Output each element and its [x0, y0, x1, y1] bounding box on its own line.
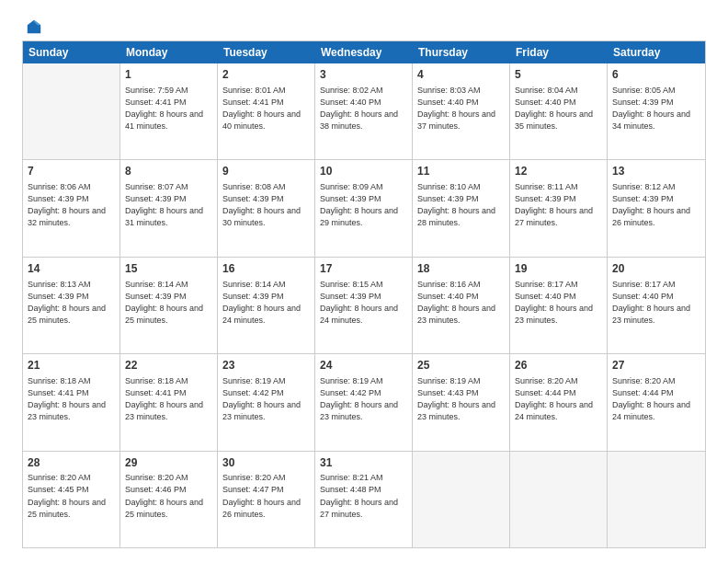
calendar-row-4: 28Sunrise: 8:20 AM Sunset: 4:45 PM Dayli… [23, 452, 705, 547]
calendar-cell: 6Sunrise: 8:05 AM Sunset: 4:39 PM Daylig… [608, 63, 705, 159]
calendar-cell: 27Sunrise: 8:20 AM Sunset: 4:44 PM Dayli… [608, 354, 705, 450]
calendar-cell: 9Sunrise: 8:08 AM Sunset: 4:39 PM Daylig… [218, 160, 315, 256]
svg-marker-0 [28, 20, 40, 33]
day-number: 28 [28, 455, 115, 471]
day-number: 29 [125, 455, 212, 471]
calendar-cell: 10Sunrise: 8:09 AM Sunset: 4:39 PM Dayli… [315, 160, 413, 256]
calendar-cell: 28Sunrise: 8:20 AM Sunset: 4:45 PM Dayli… [23, 452, 120, 547]
day-number: 13 [612, 164, 700, 179]
day-number: 24 [320, 358, 407, 373]
calendar-cell: 23Sunrise: 8:19 AM Sunset: 4:42 PM Dayli… [218, 354, 315, 450]
calendar-cell: 17Sunrise: 8:15 AM Sunset: 4:39 PM Dayli… [315, 258, 413, 353]
day-info: Sunrise: 8:13 AM Sunset: 4:39 PM Dayligh… [28, 279, 115, 327]
day-info: Sunrise: 8:09 AM Sunset: 4:39 PM Dayligh… [320, 181, 407, 229]
calendar-cell: 12Sunrise: 8:11 AM Sunset: 4:39 PM Dayli… [510, 160, 608, 256]
header-day-wednesday: Wednesday [315, 41, 413, 63]
day-info: Sunrise: 8:03 AM Sunset: 4:40 PM Dayligh… [417, 85, 505, 132]
calendar-cell: 24Sunrise: 8:19 AM Sunset: 4:42 PM Dayli… [315, 354, 413, 450]
day-number: 17 [320, 261, 407, 277]
header-day-sunday: Sunday [23, 41, 120, 63]
calendar-header: SundayMondayTuesdayWednesdayThursdayFrid… [23, 41, 705, 63]
page: SundayMondayTuesdayWednesdayThursdayFrid… [0, 0, 728, 563]
calendar-cell: 5Sunrise: 8:04 AM Sunset: 4:40 PM Daylig… [510, 63, 608, 159]
day-info: Sunrise: 8:15 AM Sunset: 4:39 PM Dayligh… [320, 279, 407, 327]
day-number: 22 [125, 358, 212, 373]
day-info: Sunrise: 8:04 AM Sunset: 4:40 PM Dayligh… [515, 85, 602, 132]
calendar-cell: 31Sunrise: 8:21 AM Sunset: 4:48 PM Dayli… [315, 452, 413, 547]
day-info: Sunrise: 8:21 AM Sunset: 4:48 PM Dayligh… [320, 472, 407, 520]
day-number: 12 [515, 164, 602, 179]
day-info: Sunrise: 8:20 AM Sunset: 4:46 PM Dayligh… [125, 472, 212, 520]
day-number: 14 [28, 261, 115, 277]
calendar-cell: 11Sunrise: 8:10 AM Sunset: 4:39 PM Dayli… [413, 160, 510, 256]
day-info: Sunrise: 8:05 AM Sunset: 4:39 PM Dayligh… [612, 85, 700, 132]
day-info: Sunrise: 8:19 AM Sunset: 4:42 PM Dayligh… [222, 375, 310, 423]
calendar-cell: 14Sunrise: 8:13 AM Sunset: 4:39 PM Dayli… [23, 258, 120, 353]
calendar-cell: 25Sunrise: 8:19 AM Sunset: 4:43 PM Dayli… [413, 354, 510, 450]
day-info: Sunrise: 8:08 AM Sunset: 4:39 PM Dayligh… [222, 181, 310, 229]
day-number: 6 [612, 67, 700, 83]
calendar-cell: 4Sunrise: 8:03 AM Sunset: 4:40 PM Daylig… [413, 63, 510, 159]
calendar-row-0: 1Sunrise: 7:59 AM Sunset: 4:41 PM Daylig… [23, 63, 705, 160]
calendar-cell: 18Sunrise: 8:16 AM Sunset: 4:40 PM Dayli… [413, 258, 510, 353]
day-info: Sunrise: 8:20 AM Sunset: 4:47 PM Dayligh… [222, 472, 310, 520]
day-number: 19 [515, 261, 602, 277]
calendar-row-2: 14Sunrise: 8:13 AM Sunset: 4:39 PM Dayli… [23, 258, 705, 354]
day-info: Sunrise: 8:18 AM Sunset: 4:41 PM Dayligh… [28, 375, 115, 423]
day-number: 27 [612, 358, 700, 373]
day-info: Sunrise: 8:17 AM Sunset: 4:40 PM Dayligh… [515, 279, 602, 327]
calendar-row-1: 7Sunrise: 8:06 AM Sunset: 4:39 PM Daylig… [23, 160, 705, 257]
calendar-cell: 2Sunrise: 8:01 AM Sunset: 4:41 PM Daylig… [218, 63, 315, 159]
day-number: 26 [515, 358, 602, 373]
calendar-cell: 8Sunrise: 8:07 AM Sunset: 4:39 PM Daylig… [120, 160, 218, 256]
calendar-cell [413, 452, 510, 547]
day-info: Sunrise: 8:18 AM Sunset: 4:41 PM Dayligh… [125, 375, 212, 423]
calendar-cell [510, 452, 608, 547]
day-number: 18 [417, 261, 505, 277]
day-info: Sunrise: 8:19 AM Sunset: 4:43 PM Dayligh… [417, 375, 505, 423]
day-number: 11 [417, 164, 505, 179]
calendar-cell: 29Sunrise: 8:20 AM Sunset: 4:46 PM Dayli… [120, 452, 218, 547]
day-number: 25 [417, 358, 505, 373]
calendar-cell: 21Sunrise: 8:18 AM Sunset: 4:41 PM Dayli… [23, 354, 120, 450]
calendar-row-3: 21Sunrise: 8:18 AM Sunset: 4:41 PM Dayli… [23, 354, 705, 451]
calendar-cell: 7Sunrise: 8:06 AM Sunset: 4:39 PM Daylig… [23, 160, 120, 256]
day-info: Sunrise: 8:06 AM Sunset: 4:39 PM Dayligh… [28, 181, 115, 229]
day-info: Sunrise: 8:10 AM Sunset: 4:39 PM Dayligh… [417, 181, 505, 229]
day-number: 2 [222, 67, 310, 83]
day-number: 20 [612, 261, 700, 277]
header-day-saturday: Saturday [608, 41, 705, 63]
calendar-body: 1Sunrise: 7:59 AM Sunset: 4:41 PM Daylig… [23, 63, 705, 547]
day-info: Sunrise: 8:17 AM Sunset: 4:40 PM Dayligh… [612, 279, 700, 327]
calendar-cell: 15Sunrise: 8:14 AM Sunset: 4:39 PM Dayli… [120, 258, 218, 353]
calendar-cell [23, 63, 120, 159]
calendar-cell [608, 452, 705, 547]
day-number: 21 [28, 358, 115, 373]
calendar: SundayMondayTuesdayWednesdayThursdayFrid… [22, 40, 706, 548]
calendar-cell: 19Sunrise: 8:17 AM Sunset: 4:40 PM Dayli… [510, 258, 608, 353]
header-day-tuesday: Tuesday [218, 41, 315, 63]
day-number: 30 [222, 455, 310, 471]
day-number: 5 [515, 67, 602, 83]
day-info: Sunrise: 8:19 AM Sunset: 4:42 PM Dayligh… [320, 375, 407, 423]
day-info: Sunrise: 8:01 AM Sunset: 4:41 PM Dayligh… [222, 85, 310, 132]
calendar-cell: 3Sunrise: 8:02 AM Sunset: 4:40 PM Daylig… [315, 63, 413, 159]
day-info: Sunrise: 8:02 AM Sunset: 4:40 PM Dayligh… [320, 85, 407, 132]
day-number: 16 [222, 261, 310, 277]
day-info: Sunrise: 8:20 AM Sunset: 4:44 PM Dayligh… [515, 375, 602, 423]
calendar-cell: 13Sunrise: 8:12 AM Sunset: 4:39 PM Dayli… [608, 160, 705, 256]
calendar-cell: 1Sunrise: 7:59 AM Sunset: 4:41 PM Daylig… [120, 63, 218, 159]
day-info: Sunrise: 8:14 AM Sunset: 4:39 PM Dayligh… [222, 279, 310, 327]
day-number: 1 [125, 67, 212, 83]
day-number: 7 [28, 164, 115, 179]
day-info: Sunrise: 8:12 AM Sunset: 4:39 PM Dayligh… [612, 181, 700, 229]
day-number: 10 [320, 164, 407, 179]
calendar-cell: 26Sunrise: 8:20 AM Sunset: 4:44 PM Dayli… [510, 354, 608, 450]
day-info: Sunrise: 8:20 AM Sunset: 4:44 PM Dayligh… [612, 375, 700, 423]
calendar-cell: 30Sunrise: 8:20 AM Sunset: 4:47 PM Dayli… [218, 452, 315, 547]
day-number: 15 [125, 261, 212, 277]
day-number: 23 [222, 358, 310, 373]
day-number: 4 [417, 67, 505, 83]
header-day-friday: Friday [510, 41, 608, 63]
header-day-monday: Monday [120, 41, 218, 63]
